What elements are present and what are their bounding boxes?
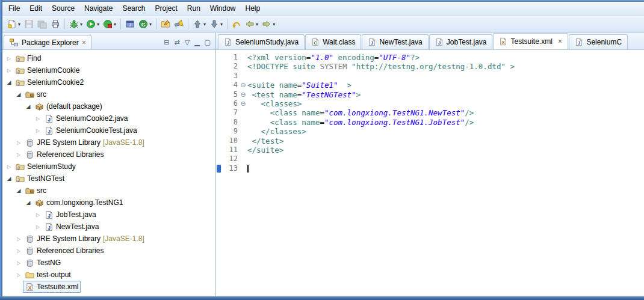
search-button[interactable] [173, 18, 185, 30]
collapsed-arrow-icon[interactable]: ▷ [14, 152, 23, 158]
code-text[interactable] [247, 72, 644, 81]
collapsed-arrow-icon[interactable]: ▷ [34, 212, 42, 218]
tree-item-jre-system-library[interactable]: ▷JRE System Library [JavaSE-1.8] [2, 136, 215, 148]
code-text[interactable]: <?xml version="1.0" encoding="UTF-8"?> [247, 53, 644, 62]
collapsed-arrow-icon[interactable]: ▷ [5, 56, 13, 61]
collapsed-arrow-icon[interactable]: ▷ [14, 260, 23, 266]
code-text[interactable] [247, 164, 644, 173]
collapsed-arrow-icon[interactable]: ▷ [5, 164, 13, 170]
code-text[interactable]: </test> [247, 136, 644, 145]
collapsed-arrow-icon[interactable]: ▷ [5, 68, 13, 73]
expanded-arrow-icon[interactable]: ◢ [5, 79, 13, 85]
save-all-button[interactable] [36, 18, 48, 30]
tab-testsuite-xml[interactable]: XTestsuite.xml✕ [493, 33, 568, 49]
collapsed-arrow-icon[interactable]: ▷ [14, 140, 23, 145]
dropdown-caret-icon[interactable]: ▾ [97, 22, 99, 27]
collapsed-arrow-icon[interactable]: ▷ [14, 272, 23, 278]
expanded-arrow-icon[interactable]: ◢ [24, 200, 33, 206]
code-text[interactable]: </suite> [247, 145, 644, 155]
collapsed-arrow-icon[interactable]: ▷ [14, 248, 23, 254]
tree-item-jre-system-library[interactable]: ▷JRE System Library [JavaSE-1.8] [2, 233, 215, 245]
menu-item-help[interactable]: Help [241, 3, 265, 14]
maximize-icon[interactable]: ▢ [205, 38, 211, 46]
new-wizard-button[interactable]: ▾ [6, 18, 22, 30]
close-icon[interactable]: ✕ [558, 38, 563, 44]
run-button[interactable]: ▾ [85, 18, 101, 30]
next-annotation-button[interactable]: ▾ [208, 18, 224, 30]
tree-item-src[interactable]: ◢src [2, 185, 215, 197]
new-java-project-button[interactable]: J [124, 18, 136, 30]
view-menu-icon[interactable]: ▽ [185, 38, 190, 46]
fold-collapse-icon[interactable]: ⊖ [239, 90, 247, 99]
dropdown-caret-icon[interactable]: ▾ [273, 22, 275, 27]
dropdown-caret-icon[interactable]: ▾ [114, 22, 116, 27]
tree-item-referenced-libraries[interactable]: ▷Referenced Libraries [2, 245, 215, 257]
tree-item-newtest-java[interactable]: ▷JNewTest.java [2, 221, 215, 233]
dropdown-caret-icon[interactable]: ▾ [256, 22, 258, 27]
save-button[interactable] [23, 18, 35, 30]
tree-item-seleniumstudy[interactable]: ▷JSeleniumStudy [2, 161, 215, 173]
previous-annotation-button[interactable]: ▾ [191, 18, 207, 30]
code-text[interactable]: <classes> [247, 99, 644, 108]
menu-item-window[interactable]: Window [205, 3, 241, 14]
tree-item-find[interactable]: ▷JFind [2, 52, 215, 64]
link-with-editor-icon[interactable]: ⇄ [174, 38, 179, 46]
code-text[interactable]: <!DOCTYPE suite SYSTEM "http://testng.or… [247, 62, 644, 71]
dropdown-caret-icon[interactable]: ▾ [203, 22, 206, 27]
fold-collapse-icon[interactable]: ⊖ [239, 81, 247, 90]
collapsed-arrow-icon[interactable]: ▷ [14, 236, 23, 242]
fold-collapse-icon[interactable]: ⊖ [239, 99, 247, 108]
tree-item-seleniumcookie[interactable]: ▷JSeleniumCookie [2, 64, 215, 76]
tree-item-default-package[interactable]: ◢(default package) [2, 100, 215, 112]
tab-jobtest-java[interactable]: JJobTest.java [429, 34, 493, 49]
code-text[interactable]: <class name="com.longxiong.TestNG1.NewTe… [247, 108, 644, 117]
menu-item-navigate[interactable]: Navigate [79, 3, 117, 14]
dropdown-caret-icon[interactable]: ▾ [80, 22, 82, 27]
tree-item-referenced-libraries[interactable]: ▷Referenced Libraries [2, 148, 215, 161]
back-button[interactable]: ▾ [244, 18, 259, 30]
code-area[interactable]: 1<?xml version="1.0" encoding="UTF-8"?>2… [216, 50, 644, 296]
dropdown-caret-icon[interactable]: ▾ [18, 22, 20, 27]
open-type-button[interactable] [159, 18, 172, 30]
menu-item-search[interactable]: Search [117, 3, 150, 14]
tab-wait-class[interactable]: CWait.class [305, 34, 361, 49]
code-text[interactable] [247, 155, 644, 164]
expanded-arrow-icon[interactable]: ◢ [5, 176, 13, 182]
menu-item-project[interactable]: Project [150, 3, 182, 14]
collapsed-arrow-icon[interactable]: ▷ [34, 128, 42, 133]
print-button[interactable] [49, 18, 61, 30]
menu-item-source[interactable]: Source [47, 3, 79, 14]
tab-seleniumstudy-java[interactable]: JSeleniumStudy.java [218, 34, 305, 49]
code-text[interactable]: <class name="com.longxiong.TestNG1.JobTe… [247, 118, 644, 127]
collapsed-arrow-icon[interactable]: ▷ [34, 116, 42, 121]
tab-seleniumc[interactable]: JSeleniumC [569, 34, 628, 49]
menu-item-file[interactable]: File [4, 3, 25, 14]
code-text[interactable]: <test name="TestNGTest"> [247, 90, 644, 99]
menu-item-edit[interactable]: Edit [25, 3, 47, 14]
tree-item-test-output[interactable]: ▷test-output [2, 269, 215, 281]
close-icon[interactable]: ✕ [82, 40, 87, 46]
code-text[interactable]: </classes> [247, 127, 644, 136]
tree-item-seleniumcookie2-java[interactable]: ▷JSeleniumCookie2.java [2, 112, 215, 124]
tree-item-seleniumcookie2[interactable]: ◢JSeleniumCookie2 [2, 76, 215, 88]
last-edit-location-button[interactable] [231, 18, 243, 30]
menu-item-run[interactable]: Run [182, 3, 205, 14]
tree-item-testng[interactable]: ▷TestNG [2, 257, 215, 269]
debug-button[interactable]: ▾ [68, 18, 84, 30]
collapsed-arrow-icon[interactable]: ▷ [34, 224, 42, 230]
package-explorer-tab[interactable]: Package Explorer ✕ [4, 35, 91, 49]
collapse-all-icon[interactable]: ⊟ [164, 38, 169, 46]
tree-item-testngtest[interactable]: ◢JTestNGTest [2, 173, 215, 185]
tree-item-src[interactable]: ◢src [2, 88, 215, 100]
tab-newtest-java[interactable]: JNewTest.java [362, 34, 428, 49]
new-class-button[interactable]: C▾ [137, 18, 153, 30]
tree-item-testsuite-xml[interactable]: XTestsuite.xml [2, 281, 215, 293]
expanded-arrow-icon[interactable]: ◢ [14, 91, 23, 97]
expanded-arrow-icon[interactable]: ◢ [24, 103, 33, 109]
tree-item-jobtest-java[interactable]: ▷JJobTest.java [2, 209, 215, 221]
dropdown-caret-icon[interactable]: ▾ [220, 22, 223, 27]
forward-button[interactable]: ▾ [261, 18, 276, 30]
coverage-button[interactable]: ▾ [102, 18, 117, 30]
expanded-arrow-icon[interactable]: ◢ [14, 188, 23, 194]
tree-item-seleniumcookietest-java[interactable]: ▷JSeleniumCookieTest.java [2, 124, 215, 136]
